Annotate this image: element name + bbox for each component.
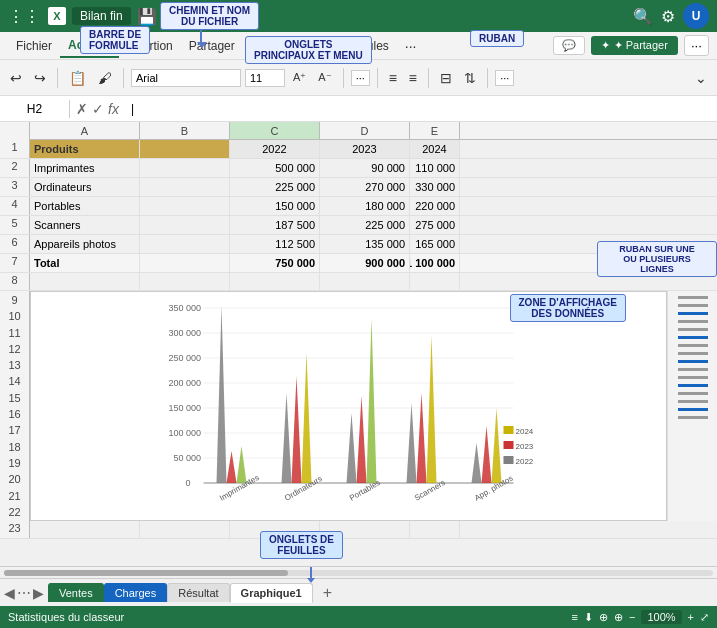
cell-b2[interactable] <box>140 159 230 177</box>
cell-c6[interactable]: 112 500 <box>230 235 320 253</box>
save-icon[interactable]: 💾 <box>137 7 157 26</box>
menu-fichier[interactable]: Fichier <box>8 35 60 57</box>
menu-more[interactable]: ··· <box>397 34 425 58</box>
cell-e2[interactable]: 110 000 <box>410 159 460 177</box>
row-header-1[interactable]: 1 <box>0 140 30 158</box>
chart-area[interactable]: 350 000 300 000 250 000 200 000 150 000 … <box>30 291 667 521</box>
cell-a6[interactable]: Appareils photos <box>30 235 140 253</box>
cell-d7[interactable]: 900 000 <box>320 254 410 272</box>
cell-c5[interactable]: 187 500 <box>230 216 320 234</box>
row-header-21[interactable]: 21 <box>0 489 30 503</box>
cell-a3[interactable]: Ordinateurs <box>30 178 140 196</box>
font-size-input[interactable] <box>245 69 285 87</box>
row-header-14[interactable]: 14 <box>0 374 30 388</box>
status-icon-1[interactable]: ≡ <box>572 611 578 623</box>
cell-c1[interactable]: 2022 <box>230 140 320 158</box>
cell-b7[interactable] <box>140 254 230 272</box>
status-icon-3[interactable]: ⊕ <box>599 611 608 624</box>
cell-d5[interactable]: 225 000 <box>320 216 410 234</box>
indent-button[interactable]: ≡ <box>405 68 421 88</box>
cell-a4[interactable]: Portables <box>30 197 140 215</box>
font-smaller-button[interactable]: A⁻ <box>314 69 335 86</box>
cell-b5[interactable] <box>140 216 230 234</box>
cell-d3[interactable]: 270 000 <box>320 178 410 196</box>
row-header-2[interactable]: 2 <box>0 159 30 177</box>
tab-next-icon[interactable]: ▶ <box>33 585 44 601</box>
tab-prev-icon[interactable]: ◀ <box>4 585 15 601</box>
status-icon-2[interactable]: ⬇ <box>584 611 593 624</box>
zoom-out-button[interactable]: − <box>629 611 635 623</box>
toolbar-overflow-button[interactable]: ··· <box>351 70 370 86</box>
cell-b4[interactable] <box>140 197 230 215</box>
horizontal-scrollbar[interactable] <box>0 566 717 578</box>
fullscreen-button[interactable]: ⤢ <box>700 611 709 624</box>
redo-button[interactable]: ↪ <box>30 68 50 88</box>
cell-a8[interactable] <box>30 273 140 291</box>
row-header-6[interactable]: 6 <box>0 235 30 253</box>
comment-button[interactable]: 💬 <box>553 36 585 55</box>
cancel-formula-icon[interactable]: ✗ <box>76 101 88 117</box>
undo-button[interactable]: ↩ <box>6 68 26 88</box>
sheet-tab-resultat[interactable]: Résultat <box>167 583 229 602</box>
sheet-tab-ventes[interactable]: Ventes <box>48 583 104 602</box>
cell-b23[interactable] <box>140 521 230 539</box>
sheet-tab-graphique1[interactable]: Graphique1 <box>230 583 313 603</box>
font-larger-button[interactable]: A⁺ <box>289 69 310 86</box>
cell-c8[interactable] <box>230 273 320 291</box>
cell-b1[interactable] <box>140 140 230 158</box>
settings-button[interactable]: ⚙ <box>661 7 675 26</box>
cell-e8[interactable] <box>410 273 460 291</box>
row-header-16[interactable]: 16 <box>0 407 30 421</box>
col-header-b[interactable]: B <box>140 122 230 139</box>
row-header-18[interactable]: 18 <box>0 440 30 454</box>
share-button[interactable]: ✦ ✦ Partager <box>591 36 678 55</box>
row-header-20[interactable]: 20 <box>0 472 30 486</box>
cell-a7[interactable]: Total <box>30 254 140 272</box>
align-left-button[interactable]: ≡ <box>385 68 401 88</box>
sheet-tab-charges[interactable]: Charges <box>104 583 168 602</box>
zoom-in-button[interactable]: + <box>688 611 694 623</box>
avatar[interactable]: U <box>683 3 709 29</box>
row-header-7[interactable]: 7 <box>0 254 30 272</box>
sort-button[interactable]: ⇅ <box>460 68 480 88</box>
cell-reference-input[interactable] <box>0 100 70 118</box>
row-header-9[interactable]: 9 <box>0 293 30 307</box>
cell-e5[interactable]: 275 000 <box>410 216 460 234</box>
row-header-13[interactable]: 13 <box>0 358 30 372</box>
more-button[interactable]: ··· <box>684 35 709 56</box>
col-header-d[interactable]: D <box>320 122 410 139</box>
search-button[interactable]: 🔍 <box>633 7 653 26</box>
cell-e1[interactable]: 2024 <box>410 140 460 158</box>
fx-icon[interactable]: fx <box>108 101 119 117</box>
row-header-11[interactable]: 11 <box>0 326 30 340</box>
cell-e3[interactable]: 330 000 <box>410 178 460 196</box>
cell-c7[interactable]: 750 000 <box>230 254 320 272</box>
cell-e7[interactable]: 1 100 000 <box>410 254 460 272</box>
col-header-c[interactable]: C <box>230 122 320 139</box>
cell-d6[interactable]: 135 000 <box>320 235 410 253</box>
cell-c2[interactable]: 500 000 <box>230 159 320 177</box>
row-header-12[interactable]: 12 <box>0 342 30 356</box>
row-header-3[interactable]: 3 <box>0 178 30 196</box>
row-header-22[interactable]: 22 <box>0 505 30 519</box>
row-header-4[interactable]: 4 <box>0 197 30 215</box>
paint-format-button[interactable]: 🖌 <box>94 68 116 88</box>
cell-e6[interactable]: 165 000 <box>410 235 460 253</box>
row-header-10[interactable]: 10 <box>0 309 30 323</box>
row-header-8[interactable]: 8 <box>0 273 30 290</box>
row-header-5[interactable]: 5 <box>0 216 30 234</box>
cell-a5[interactable]: Scanners <box>30 216 140 234</box>
cell-d2[interactable]: 90 000 <box>320 159 410 177</box>
col-header-e[interactable]: E <box>410 122 460 139</box>
cell-e4[interactable]: 220 000 <box>410 197 460 215</box>
cell-c4[interactable]: 150 000 <box>230 197 320 215</box>
cell-d1[interactable]: 2023 <box>320 140 410 158</box>
cell-d4[interactable]: 180 000 <box>320 197 410 215</box>
tab-nav-dots[interactable]: ⋯ <box>17 585 31 601</box>
confirm-formula-icon[interactable]: ✓ <box>92 101 104 117</box>
status-icon-4[interactable]: ⊕ <box>614 611 623 624</box>
col-header-a[interactable]: A <box>30 122 140 139</box>
add-sheet-button[interactable]: + <box>313 581 342 605</box>
row-header-19[interactable]: 19 <box>0 456 30 470</box>
row-header-15[interactable]: 15 <box>0 391 30 405</box>
